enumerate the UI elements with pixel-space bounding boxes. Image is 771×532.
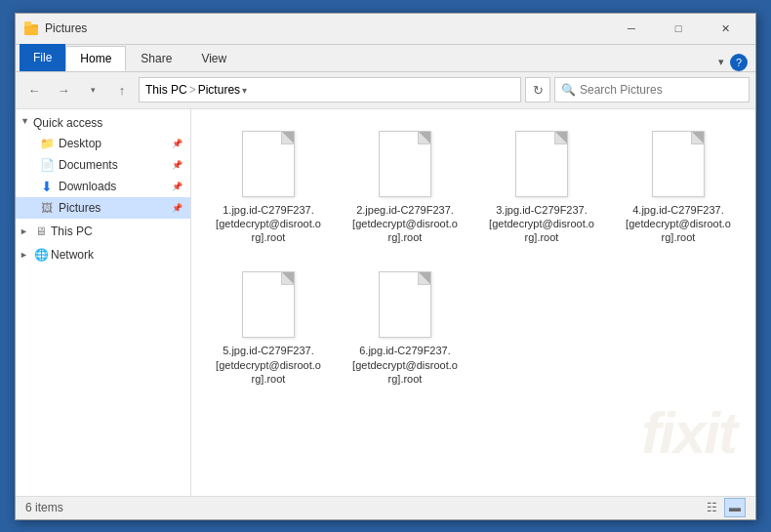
- file-page: [242, 131, 295, 197]
- svg-rect-1: [24, 21, 31, 26]
- file-name: 6.jpg.id-C279F237.[getdecrypt@disroot.or…: [351, 344, 459, 386]
- sidebar-network-label: Network: [51, 248, 94, 262]
- file-page: [379, 271, 431, 338]
- main-area: ► Quick access 📁 Desktop 📌 📄 Documents 📌…: [16, 109, 755, 496]
- ribbon-collapse-icon[interactable]: ▾: [718, 56, 724, 68]
- file-page: [652, 131, 705, 197]
- tab-home[interactable]: Home: [65, 46, 126, 71]
- sidebar-this-pc-header[interactable]: ► 🖥 This PC: [16, 221, 190, 242]
- sidebar-item-desktop[interactable]: 📁 Desktop 📌: [16, 133, 190, 154]
- downloads-icon: ⬇: [39, 179, 55, 194]
- tab-share[interactable]: Share: [126, 46, 186, 71]
- maximize-button[interactable]: □: [656, 13, 701, 44]
- file-icon: [512, 129, 571, 199]
- file-item-4[interactable]: 4.jpg.id-C279F237.[getdecrypt@disroot.or…: [615, 123, 742, 251]
- this-pc-chevron: ►: [20, 226, 31, 236]
- sidebar-network-header[interactable]: ► 🌐 Network: [16, 244, 190, 266]
- sidebar-section-quick-access: ► Quick access 📁 Desktop 📌 📄 Documents 📌…: [16, 113, 190, 219]
- content-area: fixit 1.jpg.id-C279F237.[getdecrypt@disr…: [191, 109, 755, 496]
- ribbon-tabs: File Home Share View ▾ ?: [16, 45, 755, 72]
- file-icon: [239, 129, 298, 199]
- file-icon: [649, 129, 708, 199]
- pictures-pin-icon: 📌: [172, 203, 183, 213]
- up-button[interactable]: ↑: [109, 77, 135, 102]
- desktop-pin-icon: 📌: [172, 139, 183, 148]
- tab-view[interactable]: View: [186, 46, 241, 71]
- file-item-3[interactable]: 3.jpg.id-C279F237.[getdecrypt@disroot.or…: [478, 123, 605, 251]
- item-count: 6 items: [25, 501, 63, 514]
- window-icon: [23, 20, 39, 36]
- file-name: 5.jpg.id-C279F237.[getdecrypt@disroot.or…: [215, 344, 322, 386]
- file-name: 2.jpeg.id-C279F237.[getdecrypt@disroot.o…: [351, 203, 459, 245]
- sidebar-desktop-label: Desktop: [59, 137, 101, 150]
- file-name: 1.jpg.id-C279F237.[getdecrypt@disroot.or…: [215, 203, 322, 245]
- quick-access-chevron: ►: [20, 117, 30, 129]
- sidebar-item-documents[interactable]: 📄 Documents 📌: [16, 154, 190, 176]
- sidebar-pictures-label: Pictures: [59, 201, 101, 215]
- tab-file[interactable]: File: [20, 44, 65, 71]
- downloads-pin-icon: 📌: [172, 182, 183, 191]
- address-bar[interactable]: This PC > Pictures ▾: [139, 77, 521, 102]
- titlebar: Pictures ─ □ ✕: [16, 14, 755, 45]
- file-icon: [376, 269, 434, 340]
- sidebar-quick-access-header[interactable]: ► Quick access: [16, 113, 190, 133]
- large-icons-view-button[interactable]: ▬: [724, 498, 746, 517]
- file-item-1[interactable]: 1.jpg.id-C279F237.[getdecrypt@disroot.or…: [205, 123, 332, 251]
- help-icon[interactable]: ?: [730, 54, 748, 71]
- file-name: 3.jpg.id-C279F237.[getdecrypt@disroot.or…: [488, 203, 595, 245]
- files-grid: 1.jpg.id-C279F237.[getdecrypt@disroot.or…: [201, 119, 746, 396]
- file-explorer-window: Pictures ─ □ ✕ File Home Share View ▾ ? …: [15, 13, 756, 520]
- documents-pin-icon: 📌: [172, 160, 183, 170]
- sidebar-item-pictures[interactable]: 🖼 Pictures 📌: [16, 197, 190, 219]
- sidebar-downloads-label: Downloads: [59, 180, 116, 193]
- breadcrumb-pictures[interactable]: Pictures: [198, 83, 240, 97]
- file-name: 4.jpg.id-C279F237.[getdecrypt@disroot.or…: [625, 203, 732, 245]
- back-button[interactable]: ←: [21, 77, 47, 102]
- breadcrumb-this-pc[interactable]: This PC: [145, 83, 187, 97]
- breadcrumb-separator-1: >: [189, 83, 196, 97]
- desktop-icon: 📁: [39, 136, 55, 151]
- sidebar-item-downloads[interactable]: ⬇ Downloads 📌: [16, 176, 190, 197]
- file-icon: [376, 129, 434, 199]
- network-icon: 🌐: [33, 247, 49, 263]
- documents-icon: 📄: [39, 157, 55, 173]
- file-item-5[interactable]: 5.jpg.id-C279F237.[getdecrypt@disroot.or…: [205, 264, 332, 391]
- window-title: Pictures: [45, 21, 609, 35]
- refresh-button[interactable]: ↻: [525, 77, 550, 102]
- sidebar-section-network: ► 🌐 Network: [16, 244, 190, 266]
- forward-button[interactable]: →: [51, 77, 76, 102]
- file-page: [515, 131, 568, 197]
- file-page: [379, 131, 431, 197]
- sidebar: ► Quick access 📁 Desktop 📌 📄 Documents 📌…: [16, 109, 191, 496]
- network-chevron: ►: [20, 250, 31, 260]
- details-view-button[interactable]: ☷: [701, 498, 722, 517]
- file-icon: [239, 269, 298, 340]
- window-controls: ─ □ ✕: [609, 13, 748, 44]
- file-item-2[interactable]: 2.jpeg.id-C279F237.[getdecrypt@disroot.o…: [342, 123, 468, 251]
- minimize-button[interactable]: ─: [609, 13, 654, 44]
- statusbar: 6 items ☷ ▬: [16, 496, 755, 519]
- pictures-icon: 🖼: [39, 200, 55, 216]
- this-pc-icon: 🖥: [33, 224, 49, 239]
- close-button[interactable]: ✕: [703, 13, 748, 44]
- search-input[interactable]: [580, 83, 743, 97]
- sidebar-section-this-pc: ► 🖥 This PC: [16, 221, 190, 242]
- file-page: [242, 271, 295, 338]
- watermark: fixit: [641, 399, 736, 467]
- addressbar: ← → ▾ ↑ This PC > Pictures ▾ ↻ 🔍: [16, 72, 755, 109]
- search-box[interactable]: 🔍: [554, 77, 750, 102]
- file-item-6[interactable]: 6.jpg.id-C279F237.[getdecrypt@disroot.or…: [342, 264, 468, 391]
- sidebar-documents-label: Documents: [59, 158, 118, 172]
- sidebar-quick-access-label: Quick access: [33, 116, 102, 130]
- address-dropdown-icon[interactable]: ▾: [242, 85, 247, 96]
- recent-locations-button[interactable]: ▾: [80, 77, 105, 102]
- search-icon: 🔍: [561, 83, 576, 97]
- view-controls: ☷ ▬: [701, 498, 746, 517]
- sidebar-this-pc-label: This PC: [51, 225, 93, 238]
